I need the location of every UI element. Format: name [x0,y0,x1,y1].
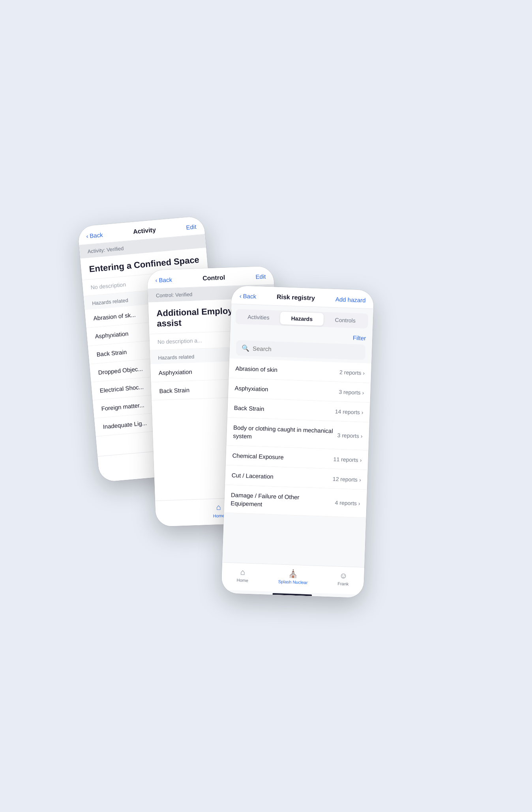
chevron-right-icon: › [359,476,361,483]
add-hazard-button[interactable]: Add hazard [335,295,366,303]
registry-item-damage[interactable]: Damage / Failure of Other Equipement 4 r… [224,485,367,518]
home-nav-item-registry[interactable]: ⌂ Home [236,567,249,582]
home-icon-3: ⌂ [240,567,245,576]
filter-button[interactable]: Filter [353,334,366,341]
chevron-right-icon: › [360,457,362,463]
search-input[interactable] [253,345,360,355]
home-icon-2: ⌂ [216,502,221,511]
chevron-right-icon: › [363,370,365,376]
home-indicator [272,593,312,596]
home-nav-item-2[interactable]: ⌂ Home [213,502,225,518]
bottom-nav-registry: ⌂ Home ⛪ Splash Nuclear ☺ Frank [221,562,364,595]
status-badge-activity: Activity: Verified [87,245,124,254]
back-button-activity[interactable]: ‹ Back [86,231,103,239]
tabs-container: Activities Hazards Controls [235,309,368,329]
edit-button-control[interactable]: Edit [255,273,266,280]
edit-button-activity[interactable]: Edit [186,223,197,230]
nav-title-activity: Activity [133,226,156,235]
chevron-right-icon: › [362,409,363,415]
building-nav-item-registry[interactable]: ⛪ Splash Nuclear [278,568,308,585]
nav-bar-registry: ‹ Back Risk registry Add hazard [231,285,374,309]
person-nav-item-registry[interactable]: ☺ Frank [337,571,349,586]
chevron-right-icon: › [362,389,364,396]
tab-hazards[interactable]: Hazards [280,312,324,326]
person-icon: ☺ [339,571,348,580]
tab-controls[interactable]: Controls [323,313,367,327]
chevron-left-icon: ‹ [155,276,157,283]
tab-activities[interactable]: Activities [236,310,280,324]
back-button-control[interactable]: ‹ Back [155,276,172,283]
chevron-right-icon: › [358,500,360,506]
phone-registry: ‹ Back Risk registry Add hazard Activiti… [221,285,374,597]
nav-title-control: Control [202,274,225,282]
building-icon: ⛪ [288,569,298,579]
chevron-left-icon: ‹ [240,292,242,299]
chevron-right-icon: › [361,433,363,439]
search-icon: 🔍 [242,344,250,352]
scene: ‹ Back Activity Edit Activity: Verified … [88,209,444,603]
registry-item-body-clothing[interactable]: Body or clothing caught in mechanical sy… [227,417,369,450]
chevron-left-icon: ‹ [86,232,88,239]
nav-title-registry: Risk registry [277,293,315,301]
status-badge-control: Control: Verified [156,291,193,298]
registry-list: Abrasion of skin 2 reports › Asphyxiatio… [222,358,371,567]
back-button-registry[interactable]: ‹ Back [240,292,257,299]
